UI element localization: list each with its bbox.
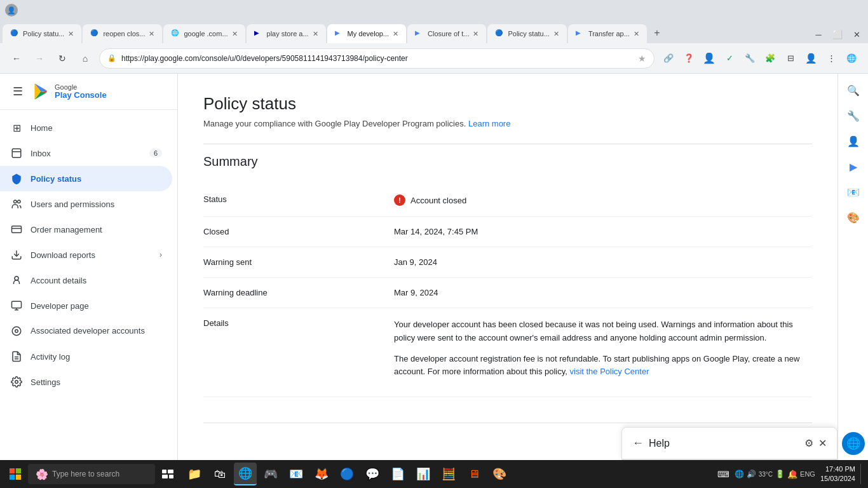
taskbar-app-paint[interactable]: 🎨 (488, 463, 511, 485)
language-indicator[interactable]: ENG (800, 470, 815, 478)
sidebar-item-download[interactable]: Download reports › (0, 242, 172, 268)
tab-7[interactable]: 🔵 Policy statu... ✕ (487, 24, 566, 43)
sidebar-search-icon[interactable]: 🔍 (842, 79, 865, 102)
sidebar-tool-red[interactable]: 🔧 (842, 104, 865, 127)
tab-close-1[interactable]: ✕ (68, 30, 74, 38)
taskbar-app-game[interactable]: 🎮 (259, 463, 282, 485)
tab-close-4[interactable]: ✕ (313, 30, 318, 38)
split-view-icon[interactable]: ⊟ (782, 50, 799, 67)
tab-4[interactable]: ▶ play store a... ✕ (247, 24, 326, 43)
svg-point-3 (14, 200, 17, 203)
close-button[interactable]: ✕ (848, 25, 865, 43)
taskbar-app-files[interactable]: 📁 (183, 463, 206, 485)
sidebar-item-policy-label: Policy status (31, 174, 81, 184)
help-settings-icon[interactable]: ⚙ (804, 437, 813, 449)
url-box[interactable]: 🔒 https://play.google.com/console/u/0/de… (99, 48, 654, 69)
taskbar-app-firefox[interactable]: 🦊 (310, 463, 333, 485)
status-label: Status (203, 184, 394, 217)
taskbar-app-chrome[interactable]: 🔵 (336, 463, 358, 485)
policy-center-link[interactable]: visit the Policy Center (570, 367, 649, 376)
tab-close-2[interactable]: ✕ (149, 30, 154, 38)
sidebar-item-associated[interactable]: Associated developer accounts (0, 318, 172, 344)
details-label: Details (203, 308, 394, 397)
show-desktop-button[interactable] (860, 464, 863, 484)
star-icon[interactable]: ★ (638, 53, 646, 64)
tab-close-8[interactable]: ✕ (634, 30, 639, 38)
taskbar-app-edge[interactable]: 🌐 (234, 463, 257, 485)
account-icon[interactable]: 👤 (700, 50, 718, 67)
task-view-button[interactable] (158, 464, 178, 484)
tab-close-5[interactable]: ✕ (393, 30, 398, 38)
extension-color2[interactable]: 🔧 (741, 50, 759, 67)
start-button[interactable] (5, 464, 25, 484)
tab-2[interactable]: 🔵 reopen clos... ✕ (83, 24, 162, 43)
system-clock[interactable]: 17:40 PM 15/03/2024 (820, 464, 855, 484)
sidebar-item-activity[interactable]: Activity log (0, 344, 172, 369)
sidebar-item-order[interactable]: Order management (0, 217, 172, 242)
sidebar-item-associated-label: Associated developer accounts (31, 326, 145, 337)
help-back-button[interactable]: ← (632, 437, 644, 450)
maximize-button[interactable]: ⬜ (829, 25, 846, 43)
details-text-1: Your developer account has been closed b… (394, 318, 812, 345)
taskbar-search-box[interactable]: 🌸 Type here to search (28, 464, 155, 484)
sidebar-item-developer[interactable]: Developer page (0, 293, 172, 318)
minimize-button[interactable]: ─ (810, 25, 827, 43)
sidebar-item-users[interactable]: Users and permissions (0, 191, 172, 217)
help-icon[interactable]: ❓ (680, 50, 698, 67)
taskbar-app-excel[interactable]: 📊 (412, 463, 435, 485)
tab-6[interactable]: ▶ Closure of t... ✕ (407, 24, 486, 43)
warning-sent-value: Jan 9, 2024 (394, 247, 812, 278)
forward-button[interactable]: → (31, 50, 48, 67)
sidebar-item-inbox[interactable]: Inbox 6 (0, 140, 172, 166)
tab-1[interactable]: 🔵 Policy statu... ✕ (3, 24, 81, 43)
sidebar-tool-color[interactable]: 🎨 (842, 206, 865, 229)
sidebar-nav: ⊞ Home Inbox 6 Policy status (0, 110, 177, 460)
keyboard-icon[interactable]: ⌨ (717, 470, 729, 479)
taskbar-app-whatsapp[interactable]: 💬 (361, 463, 384, 485)
refresh-button[interactable]: ↻ (53, 50, 71, 67)
network-icon[interactable]: 🌐 (735, 470, 744, 478)
tab-close-3[interactable]: ✕ (232, 30, 238, 38)
profile-icon[interactable]: 👤 (802, 50, 820, 67)
page-title: Policy status (203, 94, 812, 114)
extension-icon-1[interactable]: 🔗 (660, 50, 677, 67)
taskbar-app-store[interactable]: 🛍 (208, 463, 231, 485)
battery-icon[interactable]: 🔋 (775, 470, 785, 478)
sidebar-item-home[interactable]: ⊞ Home (0, 115, 172, 140)
taskbar-app-email[interactable]: 📧 (285, 463, 308, 485)
sidebar-item-account[interactable]: Account details (0, 268, 172, 293)
sidebar-item-settings[interactable]: Settings (0, 369, 172, 395)
sidebar-item-policy-status[interactable]: Policy status (0, 166, 172, 191)
tab-close-7[interactable]: ✕ (553, 30, 559, 38)
hamburger-menu[interactable]: ☰ (10, 82, 25, 101)
bottom-divider (203, 423, 812, 423)
help-close-button[interactable]: ✕ (818, 437, 827, 449)
home-button[interactable]: ⌂ (76, 50, 94, 67)
edge-icon[interactable]: 🌐 (843, 50, 860, 67)
extensions-button[interactable]: 🧩 (761, 50, 779, 67)
taskbar-app-calc[interactable]: 🧮 (437, 463, 460, 485)
tab-8[interactable]: ▶ Transfer ap... ✕ (568, 24, 647, 43)
more-options-button[interactable]: ⋮ (822, 50, 840, 67)
tab-5[interactable]: ▶ My develop... ✕ (327, 24, 406, 43)
app-body: ☰ Google Play Console (0, 74, 868, 460)
notification-icon[interactable]: 🔔 (787, 470, 797, 479)
back-button[interactable]: ← (8, 50, 25, 67)
taskbar-app-pdf[interactable]: 📄 (386, 463, 409, 485)
new-tab-button[interactable]: + (648, 24, 666, 42)
taskbar-app-remote[interactable]: 🖥 (463, 463, 485, 485)
volume-icon[interactable]: 🔊 (747, 470, 756, 478)
extension-color1[interactable]: ✓ (721, 50, 738, 67)
chevron-right-icon: › (159, 250, 162, 259)
tab-close-6[interactable]: ✕ (473, 30, 478, 38)
shield-icon (10, 172, 23, 185)
sidebar-edge-button[interactable]: 🌐 (842, 432, 865, 455)
sidebar-tool-outlook[interactable]: 📧 (842, 180, 865, 203)
sidebar-tool-user[interactable]: 👤 (842, 130, 865, 152)
sidebar-item-order-label: Order management (31, 225, 102, 234)
status-closed: ! Account closed (394, 194, 812, 206)
learn-more-link[interactable]: Learn more (468, 119, 510, 128)
tab-favicon-7: 🔵 (495, 29, 504, 38)
tab-3[interactable]: 🌐 google .com... ✕ (163, 24, 245, 43)
sidebar-tool-play[interactable]: ▶ (842, 155, 865, 178)
